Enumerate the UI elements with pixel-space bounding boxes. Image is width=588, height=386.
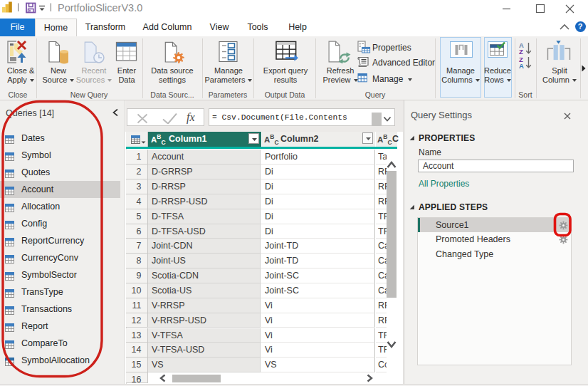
svg-text:Z: Z	[519, 48, 523, 56]
svg-text:A: A	[519, 62, 524, 70]
